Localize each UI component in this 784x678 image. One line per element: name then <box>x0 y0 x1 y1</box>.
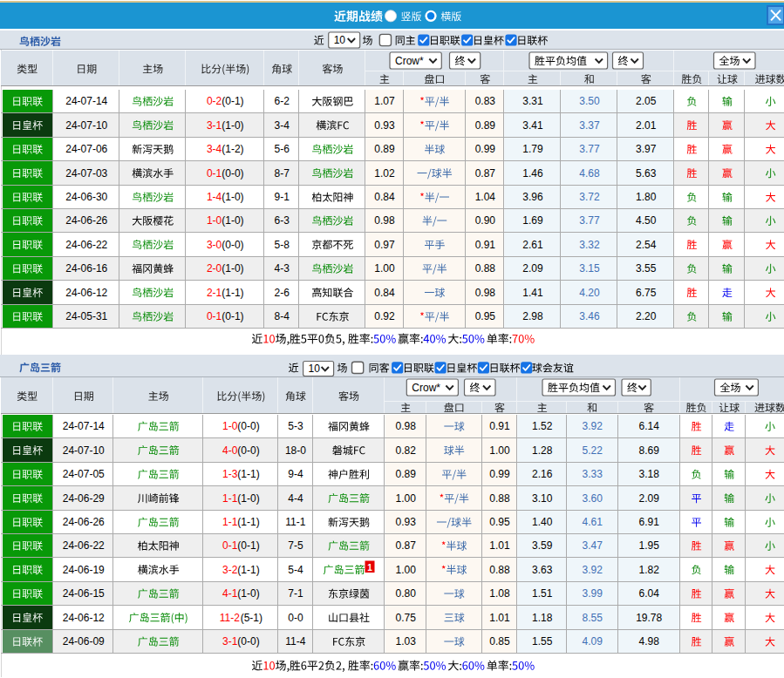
svg-text:7-5: 7-5 <box>288 539 303 552</box>
svg-text:0.82: 0.82 <box>396 444 417 457</box>
svg-text:0.99: 0.99 <box>489 468 510 480</box>
svg-text:1-0: 1-0 <box>222 420 238 432</box>
svg-text:1: 1 <box>367 563 372 573</box>
svg-text:19.78: 19.78 <box>636 612 662 624</box>
svg-text:2.05: 2.05 <box>636 95 657 107</box>
svg-text:(0-1): (0-1) <box>237 539 259 552</box>
svg-text:3.92: 3.92 <box>583 564 603 576</box>
svg-text:0.92: 0.92 <box>374 310 395 322</box>
svg-text:3.32: 3.32 <box>579 239 600 251</box>
svg-text:1.04: 1.04 <box>475 191 496 203</box>
svg-text:1.02: 1.02 <box>374 167 395 180</box>
svg-text:(1-0): (1-0) <box>222 191 243 203</box>
svg-text:8-4: 8-4 <box>275 310 290 322</box>
svg-text:24-06-30: 24-06-30 <box>65 191 107 203</box>
svg-text:6-2: 6-2 <box>275 95 290 107</box>
svg-text:0.99: 0.99 <box>475 143 496 155</box>
svg-text:5.63: 5.63 <box>636 167 657 180</box>
svg-text:3.55: 3.55 <box>636 262 657 275</box>
svg-text:(1-0): (1-0) <box>222 119 243 132</box>
svg-text:5.22: 5.22 <box>583 444 603 457</box>
svg-text:24-06-16: 24-06-16 <box>65 262 107 275</box>
svg-text:3.97: 3.97 <box>636 143 657 155</box>
svg-text:24-06-09: 24-06-09 <box>63 635 105 647</box>
svg-text:(0-0): (0-0) <box>237 444 259 457</box>
svg-text:1.00: 1.00 <box>374 262 395 275</box>
svg-text:3.15: 3.15 <box>579 262 600 275</box>
svg-text:1-1: 1-1 <box>222 516 238 528</box>
svg-text:(5-1): (5-1) <box>241 612 262 624</box>
svg-text:(1-1): (1-1) <box>237 516 259 528</box>
svg-text:4-0: 4-0 <box>222 444 238 457</box>
svg-text:2.09: 2.09 <box>522 262 543 275</box>
svg-text:(1-0): (1-0) <box>237 587 259 600</box>
svg-text:0.89: 0.89 <box>374 143 395 155</box>
svg-text:2-1: 2-1 <box>207 287 222 299</box>
svg-text:24-06-26: 24-06-26 <box>65 214 107 227</box>
svg-text:0-1: 0-1 <box>207 167 222 180</box>
svg-text:0-1: 0-1 <box>222 539 238 552</box>
svg-text:0.97: 0.97 <box>374 239 395 251</box>
svg-text:11-4: 11-4 <box>285 635 305 647</box>
svg-text:6.91: 6.91 <box>638 516 659 528</box>
svg-text:24-06-15: 24-06-15 <box>63 587 105 600</box>
svg-text:0.93: 0.93 <box>396 516 417 528</box>
svg-text:(0-0): (0-0) <box>222 167 243 180</box>
svg-text:24-07-14: 24-07-14 <box>65 95 107 107</box>
svg-text:1.51: 1.51 <box>532 587 553 600</box>
svg-text:0.98: 0.98 <box>396 420 417 432</box>
svg-text:4.61: 4.61 <box>583 516 603 528</box>
svg-text:1.28: 1.28 <box>532 444 553 457</box>
svg-text:4-3: 4-3 <box>275 262 290 275</box>
svg-text:(1-0): (1-0) <box>222 214 243 227</box>
svg-text:2.98: 2.98 <box>522 310 543 322</box>
svg-text:3-0: 3-0 <box>207 239 222 251</box>
svg-text:3.72: 3.72 <box>579 191 600 203</box>
svg-text:8-7: 8-7 <box>275 167 290 180</box>
svg-text:Crow*: Crow* <box>412 382 440 394</box>
svg-text:24-06-19: 24-06-19 <box>63 564 105 576</box>
svg-text:8.69: 8.69 <box>638 444 659 457</box>
svg-text:0.88: 0.88 <box>489 564 510 576</box>
svg-text:2.01: 2.01 <box>636 119 657 132</box>
svg-text:3-1: 3-1 <box>207 119 222 132</box>
svg-text:6-3: 6-3 <box>275 214 290 227</box>
svg-text:0.95: 0.95 <box>489 516 510 528</box>
svg-text:0.91: 0.91 <box>489 420 510 432</box>
svg-text:1-1: 1-1 <box>222 492 238 505</box>
svg-text:(1-0): (1-0) <box>222 262 243 275</box>
svg-text:11-2: 11-2 <box>220 612 240 624</box>
svg-text:7-1: 7-1 <box>288 587 303 600</box>
svg-text:1.00: 1.00 <box>396 492 417 505</box>
svg-text:3.46: 3.46 <box>579 310 600 322</box>
svg-text:2.16: 2.16 <box>532 468 553 480</box>
svg-text:1-3: 1-3 <box>222 468 238 480</box>
svg-text:24-06-29: 24-06-29 <box>63 492 105 505</box>
svg-text:5-3: 5-3 <box>288 420 303 432</box>
svg-text:4.20: 4.20 <box>579 287 600 299</box>
svg-text:6.14: 6.14 <box>638 420 659 432</box>
svg-text:1.03: 1.03 <box>396 635 417 647</box>
svg-text:4.98: 4.98 <box>638 635 659 647</box>
svg-text:0.83: 0.83 <box>475 95 496 107</box>
svg-text:1.01: 1.01 <box>489 612 510 624</box>
svg-text:3.31: 3.31 <box>522 95 543 107</box>
svg-text:1.18: 1.18 <box>532 612 553 624</box>
svg-text:(0-0): (0-0) <box>222 239 243 251</box>
svg-text:2.61: 2.61 <box>522 239 543 251</box>
svg-text:1.82: 1.82 <box>638 564 659 576</box>
svg-text:6.04: 6.04 <box>638 587 659 600</box>
svg-text:10: 10 <box>334 34 346 46</box>
svg-text:9-4: 9-4 <box>288 468 303 480</box>
svg-text:0.93: 0.93 <box>374 119 395 132</box>
svg-text:3.59: 3.59 <box>532 539 553 552</box>
svg-text:3-4: 3-4 <box>275 119 290 132</box>
svg-text:2-0: 2-0 <box>207 262 222 275</box>
svg-text:8.55: 8.55 <box>583 612 603 624</box>
svg-text:0.89: 0.89 <box>396 468 417 480</box>
svg-text:18-0: 18-0 <box>285 444 306 457</box>
svg-text:3.99: 3.99 <box>583 587 603 600</box>
svg-text:3.47: 3.47 <box>583 539 603 552</box>
svg-text:(1-2): (1-2) <box>222 143 243 155</box>
svg-text:3.63: 3.63 <box>532 564 553 576</box>
